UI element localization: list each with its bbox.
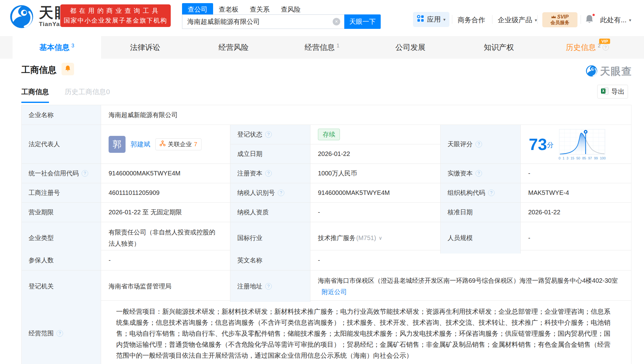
- taxpayer-quali-value: -: [318, 209, 320, 216]
- nearby-companies-link[interactable]: 附近公司: [322, 288, 347, 295]
- caret-down-icon: ▾: [629, 18, 631, 23]
- table-row: 法定代表人 郭 郭建斌 关联企业 7: [22, 125, 631, 164]
- table-row: 经营范围 ? 一般经营项目：新兴能源技术研发；新材料技术研发；新材料技术推广服务…: [22, 301, 631, 364]
- business-term-value: 2026-01-22 至 无固定期限: [109, 208, 182, 217]
- tab-history-info[interactable]: VIP 历史信息 2 ?: [543, 36, 631, 59]
- business-cooperation-link[interactable]: 商务合作: [458, 15, 485, 25]
- reg-address-value: 海南省海口市保税区（澄迈县老城经济开发区南一环路69号综合保税区）海澄一路贸易服…: [318, 277, 618, 284]
- reg-number-value: 460111011205909: [109, 189, 159, 196]
- help-icon[interactable]: ?: [265, 283, 272, 290]
- notification-bell-icon[interactable]: [584, 14, 594, 26]
- field-label-english-name: 英文名称: [237, 256, 262, 265]
- tab-label: 基本信息: [39, 42, 69, 52]
- search-box: × 天眼一下: [182, 14, 381, 29]
- apps-grid-icon: [417, 15, 424, 24]
- divider: [581, 15, 581, 24]
- help-icon[interactable]: ?: [475, 141, 482, 147]
- help-icon[interactable]: ?: [278, 190, 284, 196]
- english-name-value: -: [318, 257, 320, 264]
- tab-label: 公司发展: [395, 42, 426, 52]
- export-button[interactable]: X 导出: [597, 85, 628, 99]
- help-icon[interactable]: ?: [82, 170, 88, 177]
- related-companies-label: 关联企业: [168, 140, 192, 148]
- tianyancha-logo-icon: [586, 65, 598, 78]
- field-label-business-scope: 经营范围: [29, 329, 54, 338]
- tab-label: 历史信息: [566, 42, 596, 52]
- svg-text:X: X: [602, 89, 604, 93]
- table-row: 统一社会信用代码 ? 91460000MAK5TWYE4M 注册资本 ? 100…: [22, 164, 631, 183]
- status-badge: 存续: [318, 129, 340, 140]
- business-cooperation-label: 商务合作: [458, 15, 485, 25]
- monitor-bell-button[interactable]: [62, 63, 74, 75]
- industry-code: (M751): [356, 234, 376, 242]
- help-icon[interactable]: ?: [475, 170, 482, 177]
- help-icon[interactable]: ?: [488, 190, 495, 196]
- field-label-industry: 国标行业: [237, 234, 262, 242]
- help-icon[interactable]: ?: [265, 131, 272, 138]
- tianyancha-watermark: 天眼查: [586, 65, 632, 78]
- subtab-business-info[interactable]: 工商信息: [21, 87, 49, 103]
- chevron-down-icon[interactable]: ∨: [378, 235, 382, 241]
- export-label: 导出: [611, 87, 625, 96]
- enterprise-products-menu[interactable]: 企业级产品 ▾: [498, 15, 537, 25]
- tab-label: 经营风险: [218, 42, 249, 52]
- watermark-text: 天眼查: [600, 65, 632, 78]
- section-title: 工商信息: [21, 64, 56, 76]
- legal-rep-name-link[interactable]: 郭建斌: [131, 140, 150, 149]
- tab-intellectual-property[interactable]: 知识产权: [455, 36, 543, 59]
- score-unit: 分: [547, 141, 554, 149]
- company-type-value: 有限责任公司（非自然人投资或控股的法人独资）: [109, 222, 221, 254]
- paid-capital-value: -: [528, 170, 530, 177]
- tab-operation-info[interactable]: 经营信息 1: [278, 36, 366, 59]
- field-label-establish-date: 成立日期: [237, 150, 262, 158]
- search-button[interactable]: 天眼一下: [344, 14, 381, 29]
- field-label-score: 天眼评分: [448, 140, 473, 148]
- enterprise-products-label: 企业级产品: [498, 15, 532, 25]
- field-label-reg-capital: 注册资本: [237, 169, 262, 178]
- help-icon[interactable]: ?: [603, 44, 609, 51]
- search-tab-boss[interactable]: 查老板: [213, 3, 244, 16]
- field-label-taxpayer-quali: 纳税人资质: [237, 208, 269, 217]
- account-menu[interactable]: 此处有... ▾: [600, 15, 631, 25]
- tab-count: 3: [71, 43, 74, 49]
- apps-label: 应用: [427, 15, 441, 24]
- subtab-history-business-info[interactable]: 历史工商信息0: [65, 87, 110, 102]
- org-code-value: MAK5TWYE-4: [528, 189, 569, 196]
- search-input[interactable]: [182, 14, 344, 29]
- field-label-approval-date: 核准日期: [448, 208, 473, 217]
- field-label-company-type: 企业类型: [29, 234, 54, 242]
- field-label-paid-capital: 实缴资本: [448, 169, 473, 178]
- legal-rep-avatar[interactable]: 郭: [109, 136, 126, 153]
- tab-legal-litigation[interactable]: 法律诉讼: [101, 36, 190, 59]
- tab-operation-risk[interactable]: 经营风险: [189, 36, 278, 59]
- related-companies-button[interactable]: 关联企业 7: [155, 138, 201, 150]
- slogan-line1: 都在用的商业查询工具: [70, 7, 161, 15]
- account-name: 此处有...: [600, 15, 626, 25]
- search-tab-relation[interactable]: 查关系: [244, 3, 275, 16]
- crown-icon: [551, 14, 556, 20]
- svip-member-button[interactable]: SVIP 会员服务: [542, 12, 577, 27]
- field-label-reg-authority: 登记机关: [29, 282, 54, 291]
- tab-label: 法律诉讼: [130, 42, 160, 52]
- apps-menu-button[interactable]: 应用 ▾: [413, 12, 449, 27]
- help-icon[interactable]: ?: [265, 170, 272, 177]
- svip-label-bottom: 会员服务: [550, 20, 569, 26]
- help-icon[interactable]: ?: [56, 330, 63, 337]
- business-scope-value: 一般经营项目：新兴能源技术研发；新材料技术研发；新材料技术推广服务；电力行业高效…: [109, 301, 622, 364]
- clear-icon[interactable]: ×: [333, 18, 340, 25]
- field-label-credit-code: 统一社会信用代码: [29, 169, 79, 178]
- caret-down-icon: ▾: [535, 18, 537, 23]
- search-tab-company[interactable]: 查公司: [182, 3, 213, 16]
- credit-code-value: 91460000MAK5TWYE4M: [109, 170, 180, 177]
- tianyancha-company-page: 天眼查 TianYanCha.com 都在用的商业查询工具 国家中小企业发展子基…: [0, 0, 644, 364]
- search-tab-risk[interactable]: 查风险: [275, 3, 306, 16]
- tab-basic-info[interactable]: 基本信息 3: [13, 36, 101, 59]
- company-name-value: 海南超威新能源有限公司: [109, 111, 178, 119]
- tab-company-development[interactable]: 公司发展: [366, 36, 455, 59]
- reg-authority-value: 海南省市场监督管理局: [109, 282, 171, 291]
- field-label-reg-address: 注册地址: [237, 282, 262, 291]
- score-number: 73: [529, 135, 547, 154]
- table-row: 企业类型 有限责任公司（非自然人投资或控股的法人独资） 国标行业 技术推广服务 …: [22, 222, 631, 250]
- reg-capital-value: 1000万人民币: [318, 169, 357, 178]
- vip-badge: VIP: [599, 39, 610, 44]
